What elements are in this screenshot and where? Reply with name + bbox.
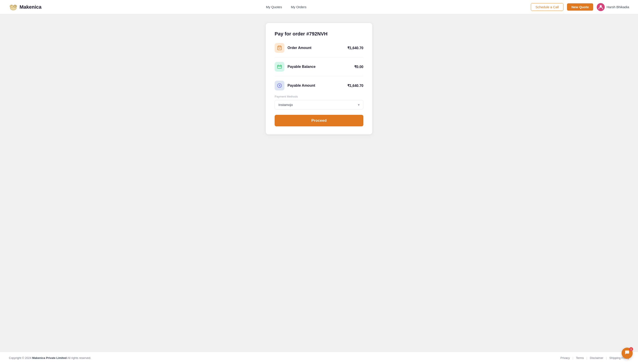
payable-balance-label: Payable Balance bbox=[288, 65, 315, 69]
schedule-call-button[interactable]: Schedule a Call bbox=[531, 3, 563, 11]
cart-icon bbox=[277, 46, 282, 50]
header: Makenica My Quotes My Orders Schedule a … bbox=[0, 0, 638, 14]
footer: Copyright © 2024 Makenica Private Limite… bbox=[0, 352, 638, 364]
card-title: Pay for order #792NVH bbox=[275, 31, 363, 37]
payable-balance-value: ₹0.00 bbox=[354, 65, 363, 69]
chat-icon bbox=[624, 350, 630, 356]
disclaimer-link[interactable]: Disclaimer bbox=[590, 356, 603, 360]
copyright-text: Copyright © 2024 bbox=[9, 356, 32, 360]
rupee-circle-icon: ₹ bbox=[277, 83, 282, 88]
payment-method-select-wrapper: Instamojo ▼ bbox=[275, 100, 363, 110]
payable-amount-value: ₹1,640.70 bbox=[347, 84, 363, 88]
cart-icon-box bbox=[275, 43, 284, 53]
chat-bubble[interactable]: 1 bbox=[621, 348, 633, 359]
header-nav: My Quotes My Orders bbox=[266, 5, 307, 9]
payable-amount-left: ₹ Payable Amount bbox=[275, 81, 315, 90]
privacy-link[interactable]: Privacy bbox=[560, 356, 570, 360]
separator-2: | bbox=[586, 356, 587, 360]
logo-area: Makenica bbox=[9, 3, 42, 12]
payment-methods-label: Payment Methods bbox=[275, 95, 363, 98]
payable-amount-row: ₹ Payable Amount ₹1,640.70 bbox=[275, 81, 363, 90]
payable-balance-left: Payable Balance bbox=[275, 62, 315, 72]
avatar bbox=[597, 3, 605, 11]
order-amount-label: Order Amount bbox=[288, 46, 311, 50]
logo-text: Makenica bbox=[20, 4, 42, 10]
svg-rect-5 bbox=[278, 66, 282, 68]
logo-icon bbox=[9, 3, 18, 12]
header-right: Schedule a Call New Quote Harsh Bhikadia bbox=[531, 3, 629, 11]
footer-links: Privacy | Terms | Disclaimer | Shipping … bbox=[560, 356, 629, 360]
wallet-icon-box bbox=[275, 62, 284, 72]
nav-my-orders[interactable]: My Orders bbox=[291, 5, 306, 9]
user-info[interactable]: Harsh Bhikadia bbox=[597, 3, 629, 11]
rights-text: All rights reserved. bbox=[67, 356, 91, 360]
separator-3: | bbox=[606, 356, 607, 360]
separator-1: | bbox=[572, 356, 573, 360]
payable-balance-row: Payable Balance ₹0.00 bbox=[275, 62, 363, 72]
wallet-icon bbox=[277, 64, 282, 69]
divider-2 bbox=[275, 76, 363, 76]
order-amount-left: Order Amount bbox=[275, 43, 311, 53]
nav-my-quotes[interactable]: My Quotes bbox=[266, 5, 282, 9]
rupee-icon-box: ₹ bbox=[275, 81, 284, 90]
proceed-button[interactable]: Proceed bbox=[275, 115, 363, 126]
chat-badge: 1 bbox=[629, 347, 633, 351]
terms-link[interactable]: Terms bbox=[576, 356, 584, 360]
user-name: Harsh Bhikadia bbox=[606, 5, 629, 9]
svg-point-3 bbox=[600, 5, 602, 7]
order-amount-value: ₹1,640.70 bbox=[347, 46, 363, 50]
footer-copyright: Copyright © 2024 Makenica Private Limite… bbox=[9, 356, 91, 360]
payment-card: Pay for order #792NVH Order Amount ₹1,64… bbox=[266, 23, 372, 134]
svg-text:₹: ₹ bbox=[279, 84, 280, 87]
main-content: Pay for order #792NVH Order Amount ₹1,64… bbox=[0, 14, 638, 352]
divider-1 bbox=[275, 57, 363, 58]
payment-method-select[interactable]: Instamojo bbox=[275, 100, 363, 110]
company-name: Makenica Private Limited bbox=[32, 356, 67, 360]
order-amount-row: Order Amount ₹1,640.70 bbox=[275, 43, 363, 53]
payable-amount-label: Payable Amount bbox=[288, 84, 315, 88]
new-quote-button[interactable]: New Quote bbox=[567, 3, 593, 11]
